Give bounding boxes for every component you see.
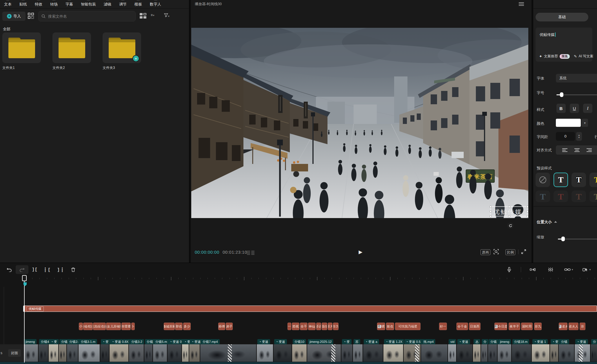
video-clip-badge[interactable]: ◔ 分镜	[559, 339, 569, 344]
font-dropdown[interactable]: 系统	[556, 74, 597, 83]
position-size-header[interactable]: 位置大小	[537, 220, 557, 225]
video-thumbnail[interactable]	[100, 344, 109, 362]
ai-write-button[interactable]: AI 写文案	[579, 54, 594, 59]
video-thumbnail[interactable]	[78, 344, 100, 362]
preset-style-tile[interactable]: T	[554, 173, 568, 187]
underline-button[interactable]: U	[570, 104, 579, 113]
video-clip-badge[interactable]: ◔ vid	[449, 339, 456, 344]
color-dropdown-icon[interactable]: ▾	[582, 119, 588, 127]
video-clip-badge[interactable]: ◔ 分	[482, 339, 488, 344]
video-clip-badge[interactable]: ◔ 分镜3-1.m	[79, 339, 97, 344]
video-clip-badge[interactable]: ◔ 变速 0.8X	[110, 339, 130, 344]
copy-suggest-button[interactable]: 文案推荐	[544, 54, 558, 59]
preset-style-tile[interactable]: T	[571, 191, 586, 202]
transition-marker[interactable]	[415, 344, 419, 362]
video-clip-badge[interactable]: ◔ 变速 1.2X	[384, 339, 404, 344]
playhead-line[interactable]	[24, 276, 25, 363]
video-clip-badge[interactable]: ◔ 分镜	[489, 339, 498, 344]
folder-card[interactable]: +	[2, 32, 41, 63]
video-thumbnail[interactable]	[480, 344, 487, 362]
align-left-icon[interactable]	[562, 148, 567, 152]
video-clip-badge[interactable]: ◔ 分镜7.mp4	[201, 339, 220, 344]
search-input[interactable]	[48, 14, 132, 19]
video-thumbnail[interactable]	[590, 344, 597, 362]
subtitle-clip[interactable]: 图 怒视	[292, 323, 299, 330]
record-voiceover-icon[interactable]	[503, 265, 516, 274]
filter-icon[interactable]: ▾	[164, 13, 174, 19]
preset-style-tile[interactable]: T	[589, 191, 597, 202]
video-thumbnail[interactable]	[549, 344, 558, 362]
video-thumbnail[interactable]	[363, 344, 383, 362]
original-quality-button[interactable]: 原画	[480, 249, 490, 255]
video-clip-badge[interactable]: ◔ 分镜5.m	[154, 339, 169, 344]
video-clip-badge[interactable]: ◔ 变	[342, 339, 352, 344]
subtitle-clip[interactable]: 图 老夫人	[569, 323, 578, 330]
video-clip-badge[interactable]: ◔ 变速	[457, 339, 470, 344]
preview-axis-icon[interactable]	[544, 265, 557, 274]
video-thumbnail[interactable]	[38, 344, 48, 362]
video-clip-badge[interactable]: ◔ 分镜	[145, 339, 155, 344]
subtitle-clip[interactable]: 图 还说	[316, 323, 321, 330]
video-thumbnail[interactable]	[456, 344, 472, 362]
subtitle-clip[interactable]: 图 你需要	[121, 323, 131, 330]
video-thumbnail[interactable]	[144, 344, 152, 362]
transition-marker[interactable]	[579, 344, 583, 362]
video-clip-badge[interactable]: ◔ 变速	[257, 339, 270, 344]
snap-icon[interactable]	[526, 265, 539, 274]
subtitle-clip[interactable]: 图 弟子	[226, 323, 233, 330]
menu-item[interactable]: 滤镜	[104, 2, 111, 7]
split-delete-left-icon[interactable]: ⡇[	[41, 265, 54, 274]
import-button[interactable]: + 导入	[2, 12, 26, 21]
video-clip-badge[interactable]: ◔ jimeng-2025-12	[308, 339, 333, 344]
video-clip-badge[interactable]: ◔ 变速 1	[532, 339, 548, 344]
video-thumbnail[interactable]	[472, 344, 480, 362]
video-clip-badge[interactable]: ◔ 分镜18.m	[512, 339, 529, 344]
subtitle-clip[interactable]: 图 苏	[580, 323, 585, 330]
subtitle-clip[interactable]: 图 今日是	[494, 323, 507, 330]
video-thumbnail[interactable]	[421, 344, 447, 362]
preset-style-tile[interactable]: T	[554, 191, 568, 202]
video-thumbnail[interactable]	[66, 344, 78, 362]
video-thumbnail[interactable]	[511, 344, 531, 362]
subtitle-clip[interactable]: 图 多少	[183, 323, 191, 330]
video-clip-badge[interactable]: ◔ 变	[101, 339, 110, 344]
transition-marker[interactable]	[228, 344, 232, 362]
playhead-handle[interactable]	[22, 275, 27, 281]
subtitle-clip[interactable]: 图 可找我乃福星	[395, 323, 421, 330]
subtitle-clip[interactable]: 图 夜半子	[509, 323, 520, 330]
video-thumbnail[interactable]	[256, 344, 273, 362]
subtitle-clip[interactable]: 图 一	[287, 323, 291, 330]
subtitle-clip[interactable]: 图 日落西	[469, 323, 480, 330]
video-clip-badge[interactable]: ◔ 分	[591, 339, 597, 344]
scale-slider-thumb[interactable]	[561, 237, 565, 241]
preset-style-tile[interactable]: T	[536, 173, 550, 187]
video-clip-badge[interactable]: ◔ 苏	[354, 339, 360, 344]
menu-item[interactable]: 特效	[35, 2, 42, 7]
video-thumbnail[interactable]	[292, 344, 307, 362]
marker-list-icon[interactable]	[247, 251, 254, 255]
subtitle-clip[interactable]: 图 此劫应在秦	[93, 323, 106, 330]
subtitle-clip[interactable]: 图 令千金	[456, 323, 468, 330]
video-clip-badge[interactable]: ◔ jimeng	[498, 339, 511, 344]
subtitle-clip[interactable]: 图 嗯	[377, 323, 385, 330]
video-clip-badge[interactable]: ◔ 变速	[575, 339, 588, 344]
preset-style-tile[interactable]: T	[571, 173, 586, 187]
menu-item[interactable]: 字幕	[65, 2, 73, 7]
video-clip-badge[interactable]: ◔ 变	[49, 339, 59, 344]
link-clips-icon[interactable]: ▾	[562, 265, 575, 274]
search-box[interactable]	[38, 11, 136, 21]
ratio-button[interactable]: 比例	[505, 249, 515, 255]
transition-marker[interactable]	[331, 344, 335, 362]
selected-text-clip[interactable]: 优鲸传媒	[23, 306, 597, 312]
video-thumbnail[interactable]	[383, 344, 403, 362]
player-menu-icon[interactable]	[519, 2, 524, 7]
subtitle-clip[interactable]: 图 现任	[322, 323, 327, 330]
basic-section-pill[interactable]: 基础	[536, 13, 588, 21]
add-to-timeline-icon[interactable]: +	[132, 55, 139, 62]
font-size-slider-thumb[interactable]	[560, 92, 563, 97]
video-thumbnail[interactable]	[447, 344, 456, 362]
video-clip-badge[interactable]: ◔ 分镜10	[293, 339, 306, 344]
fullscreen-icon[interactable]	[521, 249, 526, 255]
video-thumbnail[interactable]	[48, 344, 58, 362]
grid-view-icon[interactable]	[140, 13, 146, 19]
